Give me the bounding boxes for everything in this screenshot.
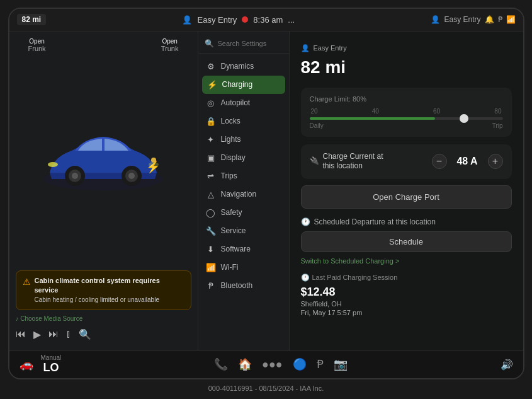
- switch-charging-link[interactable]: Switch to Scheduled Charging >: [301, 257, 512, 265]
- bell-icon: 🔔: [485, 15, 494, 24]
- navigation-label: Navigation: [221, 190, 257, 199]
- camera-icon[interactable]: 📷: [334, 357, 348, 371]
- charge-value: 48 A: [453, 156, 482, 167]
- dynamics-icon: ⚙: [206, 62, 216, 71]
- plug-icon-small: 🔌: [310, 156, 319, 166]
- music-controls: ⏮ ▶ ⏭ ⫿ 🔍: [16, 325, 191, 344]
- frunk-label[interactable]: Open Frunk: [28, 38, 46, 52]
- wifi-label: Wi-Fi: [221, 263, 239, 272]
- decrease-charge-button[interactable]: −: [432, 154, 447, 169]
- locks-label: Locks: [221, 117, 241, 125]
- service-icon: 🔧: [206, 226, 216, 236]
- lights-icon: ✦: [206, 135, 216, 144]
- search-input[interactable]: [218, 40, 283, 47]
- gear-value: LO: [41, 361, 62, 374]
- navigation-icon: △: [206, 190, 216, 199]
- right-side: 🔍 ⚙ Dynamics ⚡ Charging ◎ Autopilot 🔒: [198, 32, 523, 350]
- person-icon: 👤: [182, 15, 192, 25]
- gear-text: Manual: [41, 354, 62, 361]
- top-bar-center: 👤 Easy Entry 8:36 am ...: [182, 15, 295, 25]
- range-heading: 82 mi: [301, 57, 512, 78]
- signal-icon: 📶: [506, 15, 516, 24]
- session-location: Sheffield, OH: [301, 300, 512, 308]
- sidebar-item-service[interactable]: 🔧 Service: [198, 222, 289, 240]
- warning-title: Cabin climate control system requires se…: [35, 276, 184, 296]
- bluetooth-icon-top: Ᵽ: [498, 15, 502, 24]
- more-menu[interactable]: ...: [288, 15, 295, 25]
- person-icon-right: 👤: [431, 15, 440, 24]
- slider-track[interactable]: [310, 117, 503, 120]
- footer: 000-40116991 - 08/15/2024 - IAA Inc.: [208, 385, 324, 392]
- bottom-bar: 🚗 Manual LO 📞 🏠 ●●● 🔵 Ᵽ 📷 🔊: [9, 350, 523, 378]
- schedule-button[interactable]: Schedule: [301, 231, 512, 252]
- last-session: 🕐 Last Paid Charging Session $12.48 Shef…: [301, 274, 512, 316]
- slider-thumb[interactable]: [460, 114, 468, 123]
- search-music-button[interactable]: 🔍: [79, 328, 91, 340]
- easy-entry-content-label: Easy Entry: [314, 44, 347, 52]
- sidebar-item-software[interactable]: ⬇ Software: [198, 240, 289, 258]
- car-icon-bottom[interactable]: 🚗: [20, 357, 33, 371]
- bluetooth-label: Bluetooth: [221, 281, 253, 290]
- sidebar-item-safety[interactable]: ◯ Safety: [198, 204, 289, 222]
- charge-current-row: 🔌 Charge Current at this location − 48 A…: [301, 144, 512, 179]
- trunk-label[interactable]: Open Trunk: [161, 38, 179, 52]
- charge-limit-label: Charge Limit: 80%: [310, 95, 503, 103]
- search-icon: 🔍: [205, 39, 214, 48]
- clock-icon: 🕐: [301, 217, 310, 226]
- settings-sidebar: 🔍 ⚙ Dynamics ⚡ Charging ◎ Autopilot 🔒: [198, 32, 290, 350]
- trips-icon: ⇌: [206, 171, 216, 181]
- session-date: Fri, May 17 5:57 pm: [301, 309, 512, 316]
- top-bar-left: 82 mi: [17, 14, 47, 25]
- warning-icon: ⚠: [23, 277, 31, 287]
- software-label: Software: [221, 245, 251, 253]
- lights-label: Lights: [221, 135, 241, 144]
- sidebar-item-charging[interactable]: ⚡ Charging: [202, 76, 285, 94]
- search-bar: 🔍: [198, 37, 289, 54]
- increase-charge-button[interactable]: +: [488, 154, 503, 169]
- last-session-title: 🕐 Last Paid Charging Session: [301, 274, 512, 282]
- sidebar-item-locks[interactable]: 🔒 Locks: [198, 112, 289, 130]
- time-display: 8:36 am: [253, 15, 283, 25]
- car-labels: Open Frunk Open Trunk: [16, 38, 191, 52]
- charging-icon: ⚡: [207, 80, 217, 90]
- sidebar-item-autopilot[interactable]: ◎ Autopilot: [198, 94, 289, 112]
- bottom-right: 🔊: [501, 359, 513, 371]
- top-bar-right: 👤 Easy Entry 🔔 Ᵽ 📶: [431, 15, 515, 24]
- sidebar-item-display[interactable]: ▣ Display: [198, 149, 289, 167]
- sidebar-item-wifi[interactable]: 📶 Wi-Fi: [198, 258, 289, 277]
- autopilot-icon: ◎: [206, 98, 216, 108]
- display-label: Display: [221, 153, 246, 162]
- sidebar-item-lights[interactable]: ✦ Lights: [198, 130, 289, 149]
- svg-point-3: [72, 173, 78, 179]
- sidebar-item-trips[interactable]: ⇌ Trips: [198, 167, 289, 185]
- home-icon[interactable]: 🏠: [238, 357, 252, 371]
- play-button[interactable]: ▶: [33, 328, 41, 340]
- apps-icon[interactable]: 🔵: [293, 357, 307, 371]
- safety-icon: ◯: [206, 208, 216, 217]
- sidebar-item-dynamics[interactable]: ⚙ Dynamics: [198, 57, 289, 76]
- media-source[interactable]: ♪ Choose Media Source: [16, 313, 191, 325]
- prev-button[interactable]: ⏮: [16, 328, 26, 340]
- sidebar-item-navigation[interactable]: △ Navigation: [198, 185, 289, 204]
- sidebar-item-bluetooth[interactable]: Ᵽ Bluetooth: [198, 277, 289, 295]
- equalizer-button[interactable]: ⫿: [66, 328, 71, 340]
- charging-label: Charging: [222, 80, 253, 89]
- record-dot: [242, 16, 248, 23]
- easy-entry-label: Easy Entry: [197, 15, 237, 25]
- charge-limit-section: Charge Limit: 80% 20 40 60 80 Daily Trip: [301, 88, 512, 137]
- open-charge-port-button[interactable]: Open Charge Port: [301, 185, 512, 209]
- next-button[interactable]: ⏭: [48, 328, 59, 340]
- gear-label: Manual LO: [41, 354, 62, 374]
- left-panel: Open Frunk Open Trunk: [9, 32, 198, 350]
- slider-marks: 20 40 60 80: [310, 108, 503, 115]
- car-image-area: ⚡: [16, 52, 191, 268]
- bluetooth-bottom-icon[interactable]: Ᵽ: [317, 357, 324, 371]
- phone-icon[interactable]: 📞: [214, 357, 228, 371]
- volume-icon[interactable]: 🔊: [501, 359, 513, 371]
- display-icon: ▣: [206, 153, 216, 163]
- scheduled-section: 🕐 Scheduled Departure at this location S…: [301, 217, 512, 265]
- session-icon: 🕐: [301, 274, 310, 282]
- service-label: Service: [221, 226, 246, 235]
- slider-labels: Daily Trip: [310, 122, 503, 129]
- more-dots-icon[interactable]: ●●●: [262, 358, 283, 371]
